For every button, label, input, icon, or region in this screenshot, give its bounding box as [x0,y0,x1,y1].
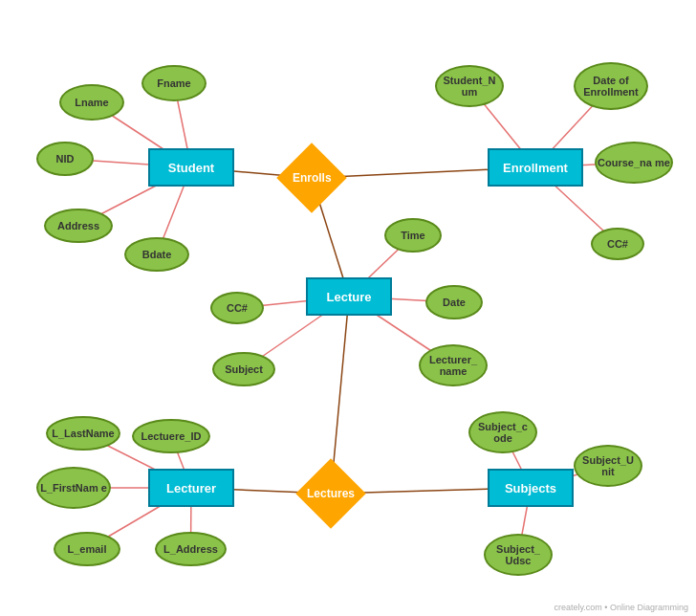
entity-enrollment: Enrollment [488,148,583,187]
entity-lecturer: Lecturer [148,469,234,507]
attribute-lectuere_id: Lectuere_ID [132,419,210,453]
attribute-student_num: Student_N um [435,65,504,107]
watermark: creately.com • Online Diagramming [554,603,688,612]
attribute-cc_hash_enroll: CC# [591,228,644,260]
attribute-date_enroll: Date of Enrollment [574,62,648,110]
attribute-subject_code: Subject_c ode [468,411,537,453]
attribute-time: Time [384,218,442,253]
attribute-subject_unit: Subject_U nit [574,445,642,487]
attribute-fname: Fname [141,65,207,101]
attribute-l_address: L_Address [155,532,227,566]
attribute-cc_hash_lect: CC# [210,292,264,324]
attribute-l_firstname: L_FirstNam e [36,467,111,509]
attribute-subject_udsc: Subject_ Udsc [484,534,553,576]
entity-subjects: Subjects [488,469,574,507]
diagram-title [0,0,696,10]
attribute-subject: Subject [212,352,275,386]
attribute-course_name: Course_na me [595,142,673,184]
attribute-address: Address [44,209,113,243]
attribute-lname: Lname [59,84,124,121]
attribute-nid: NID [36,142,94,176]
attribute-lecturer_name: Lecturer_ name [419,344,488,386]
attribute-bdate: Bdate [124,237,189,272]
entity-student: Student [148,148,234,187]
relationship-lectures: Lectures [295,458,366,529]
entity-lecture: Lecture [306,277,392,316]
attribute-l_lastname: L_LastName [46,416,120,451]
attribute-date_lect: Date [425,285,483,319]
attribute-l_email: L_email [54,532,120,566]
relationship-enrolls: Enrolls [276,143,347,213]
